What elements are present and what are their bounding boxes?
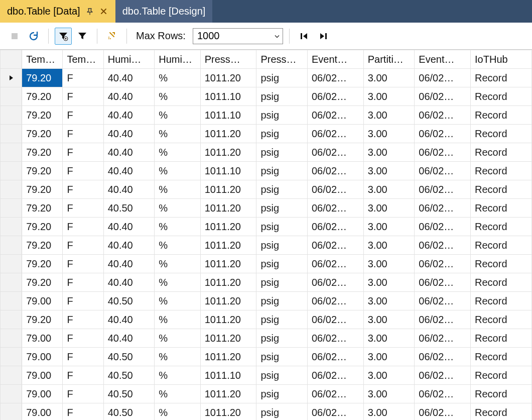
cell[interactable]: F <box>63 69 103 87</box>
cell[interactable]: F <box>63 199 103 218</box>
cell[interactable]: 06/02… <box>308 143 364 162</box>
row-selector[interactable] <box>1 292 22 310</box>
row-selector[interactable] <box>1 236 22 255</box>
table-row[interactable]: 79.20F40.40%1011.20psig06/02…3.0006/02…R… <box>1 255 532 273</box>
cell[interactable]: 40.40 <box>103 143 155 162</box>
column-header[interactable]: Temp… <box>22 50 63 69</box>
cell[interactable]: 3.00 <box>363 366 415 385</box>
cell[interactable]: 06/02… <box>308 125 364 143</box>
row-selector[interactable] <box>1 180 22 199</box>
cell[interactable]: 79.20 <box>22 143 63 162</box>
cell[interactable]: 79.20 <box>22 69 63 87</box>
cell[interactable]: F <box>63 255 103 273</box>
cell[interactable]: % <box>155 366 200 385</box>
maxrows-combo[interactable] <box>193 28 283 44</box>
cell[interactable]: 40.50 <box>103 366 155 385</box>
cell[interactable]: % <box>155 125 200 143</box>
cell[interactable]: 06/02… <box>308 348 364 366</box>
cell[interactable]: psig <box>256 310 308 329</box>
cell[interactable]: 06/02… <box>415 385 471 403</box>
cell[interactable]: Record <box>471 218 532 236</box>
cell[interactable]: Record <box>471 87 532 106</box>
cell[interactable]: 1011.20 <box>200 143 256 162</box>
cell[interactable]: 40.40 <box>103 310 155 329</box>
cell[interactable]: 06/02… <box>415 366 471 385</box>
table-row[interactable]: 79.20F40.40%1011.20psig06/02…3.0006/02…R… <box>1 143 532 162</box>
cell[interactable]: F <box>63 310 103 329</box>
row-selector[interactable] <box>1 385 22 403</box>
cell[interactable]: % <box>155 69 200 87</box>
cell[interactable]: 1011.20 <box>200 199 256 218</box>
row-selector[interactable] <box>1 310 22 329</box>
cell[interactable]: Record <box>471 199 532 218</box>
cell[interactable]: 40.40 <box>103 162 155 180</box>
table-row[interactable]: 79.20F40.40%1011.20psig06/02…3.0006/02…R… <box>1 180 532 199</box>
cell[interactable]: 3.00 <box>363 162 415 180</box>
cell[interactable]: psig <box>256 125 308 143</box>
cell[interactable]: F <box>63 348 103 366</box>
table-row[interactable]: 79.20F40.40%1011.20psig06/02…3.0006/02…R… <box>1 69 532 87</box>
cell[interactable]: Record <box>471 255 532 273</box>
cell[interactable]: 06/02… <box>415 403 471 421</box>
cell[interactable]: % <box>155 403 200 421</box>
cell[interactable]: 06/02… <box>415 87 471 106</box>
cell[interactable]: 40.50 <box>103 199 155 218</box>
table-row[interactable]: 79.00F40.50%1011.10psig06/02…3.0006/02…R… <box>1 366 532 385</box>
cell[interactable]: 3.00 <box>363 143 415 162</box>
cell[interactable]: F <box>63 385 103 403</box>
cell[interactable]: 06/02… <box>308 273 364 292</box>
cell[interactable]: 3.00 <box>363 273 415 292</box>
cell[interactable]: 06/02… <box>415 106 471 125</box>
table-row[interactable]: 79.20F40.50%1011.20psig06/02…3.0006/02…R… <box>1 199 532 218</box>
cell[interactable]: Record <box>471 143 532 162</box>
cell[interactable]: 79.20 <box>22 199 63 218</box>
cell[interactable]: 79.20 <box>22 180 63 199</box>
cell[interactable]: 1011.20 <box>200 273 256 292</box>
cell[interactable]: F <box>63 273 103 292</box>
cell[interactable]: psig <box>256 218 308 236</box>
cell[interactable]: 40.40 <box>103 87 155 106</box>
cell[interactable]: 40.40 <box>103 255 155 273</box>
row-selector[interactable] <box>1 143 22 162</box>
cell[interactable]: 06/02… <box>308 310 364 329</box>
cell[interactable]: 40.50 <box>103 403 155 421</box>
cell[interactable]: F <box>63 125 103 143</box>
cell[interactable]: 1011.10 <box>200 87 256 106</box>
cell[interactable]: Record <box>471 385 532 403</box>
cell[interactable]: % <box>155 180 200 199</box>
cell[interactable]: 79.00 <box>22 329 63 348</box>
cell[interactable]: 06/02… <box>415 255 471 273</box>
cell[interactable]: % <box>155 199 200 218</box>
cell[interactable]: Record <box>471 162 532 180</box>
cell[interactable]: 79.00 <box>22 348 63 366</box>
cell[interactable]: psig <box>256 366 308 385</box>
column-header[interactable]: Press… <box>256 50 308 69</box>
cell[interactable]: 3.00 <box>363 385 415 403</box>
column-header[interactable]: IoTHub <box>471 50 532 69</box>
cell[interactable]: 06/02… <box>308 218 364 236</box>
cell[interactable]: % <box>155 310 200 329</box>
cell[interactable]: 3.00 <box>363 348 415 366</box>
cell[interactable]: 06/02… <box>308 87 364 106</box>
filter-settings-button[interactable] <box>55 28 72 45</box>
cell[interactable]: F <box>63 329 103 348</box>
cell[interactable]: % <box>155 236 200 255</box>
row-selector[interactable] <box>1 366 22 385</box>
cell[interactable]: 1011.20 <box>200 403 256 421</box>
cell[interactable]: 79.20 <box>22 255 63 273</box>
cell[interactable]: psig <box>256 292 308 310</box>
cell[interactable]: 40.40 <box>103 125 155 143</box>
cell[interactable]: % <box>155 218 200 236</box>
table-row[interactable]: 79.20F40.40%1011.20psig06/02…3.0006/02…R… <box>1 310 532 329</box>
row-selector[interactable] <box>1 87 22 106</box>
cell[interactable]: % <box>155 329 200 348</box>
cell[interactable]: F <box>63 236 103 255</box>
cell[interactable]: 40.40 <box>103 180 155 199</box>
row-selector[interactable] <box>1 329 22 348</box>
row-selector[interactable] <box>1 106 22 125</box>
column-header[interactable]: Humi… <box>155 50 200 69</box>
cell[interactable]: % <box>155 273 200 292</box>
cell[interactable]: 40.50 <box>103 292 155 310</box>
cell[interactable]: 79.00 <box>22 366 63 385</box>
row-selector-header[interactable] <box>1 50 22 69</box>
